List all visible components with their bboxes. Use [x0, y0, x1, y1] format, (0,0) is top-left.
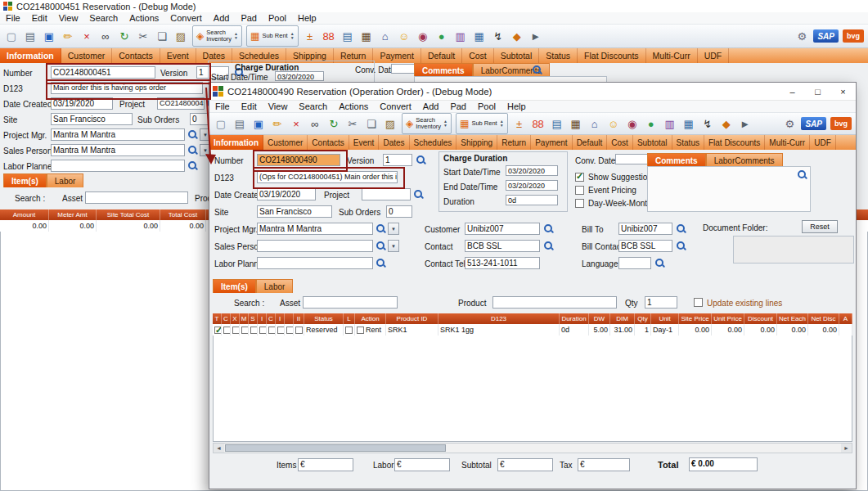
- comments-box[interactable]: [647, 166, 811, 212]
- tab[interactable]: Contacts: [308, 135, 349, 150]
- cell[interactable]: Rent: [355, 324, 386, 336]
- column-header-unit[interactable]: Unit: [651, 313, 679, 324]
- row-checkbox[interactable]: [232, 327, 240, 334]
- column-header-dim[interactable]: DIM: [610, 313, 635, 324]
- column-header-m[interactable]: M: [240, 313, 249, 324]
- tab[interactable]: UDF: [698, 48, 730, 63]
- labor-total-field[interactable]: €: [394, 458, 450, 471]
- row-checkbox[interactable]: [277, 327, 285, 334]
- sub-orders-field[interactable]: 0: [386, 205, 412, 218]
- paste-icon[interactable]: ▨: [172, 27, 190, 45]
- asset-input[interactable]: [303, 296, 398, 309]
- column-header-l[interactable]: L: [344, 313, 355, 324]
- start-date-field[interactable]: 03/20/2020: [506, 165, 558, 176]
- cell[interactable]: 0.00: [679, 324, 712, 336]
- stepper-icon[interactable]: ▲▼: [500, 119, 504, 128]
- cell[interactable]: 5.00: [589, 324, 610, 336]
- menu-item[interactable]: File: [209, 101, 236, 112]
- lookup-icon[interactable]: [187, 160, 198, 171]
- edit-icon[interactable]: ✏: [59, 27, 77, 45]
- lookup-icon[interactable]: [376, 241, 386, 251]
- save-icon[interactable]: ▣: [40, 27, 58, 45]
- lookup-icon[interactable]: [416, 155, 426, 165]
- cell[interactable]: [294, 324, 304, 336]
- total-field[interactable]: € 0.00: [689, 457, 758, 471]
- cell[interactable]: 0.00: [0, 220, 49, 232]
- new-document-icon[interactable]: ▢: [212, 115, 230, 133]
- site-field[interactable]: San Francisco: [257, 205, 332, 218]
- items-tab[interactable]: Labor: [47, 173, 84, 187]
- tab[interactable]: Schedules: [410, 135, 457, 150]
- tab[interactable]: Contacts: [112, 48, 160, 63]
- column-header-site-price[interactable]: Site Price: [679, 313, 712, 324]
- copy-icon[interactable]: ❏: [153, 27, 171, 45]
- lookup-icon[interactable]: [654, 258, 665, 268]
- column-header-d123[interactable]: D123: [438, 313, 560, 324]
- menu-item[interactable]: Pool: [263, 12, 292, 24]
- qty-input[interactable]: 1: [645, 296, 677, 309]
- comments-tab[interactable]: Comments: [647, 153, 706, 167]
- fg-title-bar[interactable]: CO2148000490 Reservation (Operation Orde…: [209, 83, 856, 101]
- cell[interactable]: [276, 324, 285, 336]
- column-header-ii[interactable]: II: [294, 313, 304, 324]
- project-mgr-field[interactable]: Mantra M Mantra: [257, 223, 373, 235]
- cell[interactable]: SRK1: [386, 324, 438, 336]
- items-total-field[interactable]: €: [298, 458, 353, 471]
- lookup-icon[interactable]: [532, 65, 542, 75]
- refresh-icon[interactable]: ↻: [325, 115, 343, 133]
- row-checkbox[interactable]: [295, 327, 303, 334]
- row-checkbox[interactable]: [345, 327, 353, 334]
- print-icon[interactable]: ▤: [21, 27, 39, 45]
- menu-item[interactable]: Pad: [235, 12, 263, 24]
- running-man-icon[interactable]: ↯: [699, 115, 717, 133]
- tab[interactable]: Default: [421, 48, 462, 63]
- menu-item[interactable]: Edit: [26, 12, 53, 24]
- smiley-icon[interactable]: ☺: [605, 115, 623, 133]
- truck-icon[interactable]: ►: [736, 115, 754, 133]
- lookup-icon[interactable]: [676, 223, 686, 234]
- menu-item[interactable]: Help: [292, 12, 322, 24]
- rates-icon[interactable]: 88: [529, 115, 547, 133]
- new-document-icon[interactable]: ▢: [2, 27, 20, 45]
- column-header-x[interactable]: X: [231, 313, 240, 324]
- refresh-icon[interactable]: ↻: [115, 27, 133, 45]
- tab[interactable]: Return: [497, 135, 531, 150]
- row-checkbox[interactable]: [268, 327, 276, 334]
- row-checkbox[interactable]: [241, 327, 249, 334]
- row-checkbox[interactable]: [259, 327, 267, 334]
- number-field[interactable]: CO2148000451: [51, 66, 155, 79]
- scroll-right-button[interactable]: ►: [841, 444, 852, 453]
- column-header-c[interactable]: C: [267, 313, 276, 324]
- subtotal-field[interactable]: €: [497, 458, 553, 471]
- film-icon[interactable]: ▦: [567, 115, 585, 133]
- stepper-icon[interactable]: ▲▼: [290, 32, 295, 40]
- menu-item[interactable]: Pool: [472, 101, 501, 112]
- books-icon[interactable]: ▥: [661, 115, 679, 133]
- notes-icon[interactable]: ▤: [548, 115, 566, 133]
- minimize-button[interactable]: –: [780, 83, 805, 100]
- column-header-site-total-cost[interactable]: Site Total Cost: [97, 209, 160, 220]
- search-inventory-button[interactable]: ◈ SearchInventory ▲▼: [192, 25, 242, 47]
- update-existing-lines-checkbox[interactable]: [694, 298, 703, 307]
- menu-item[interactable]: Search: [83, 12, 124, 24]
- cell[interactable]: [839, 324, 852, 336]
- column-header-meter-amt[interactable]: Meter Amt: [49, 209, 97, 220]
- project-mgr-field[interactable]: Mantra M Mantra: [51, 128, 185, 141]
- menu-item[interactable]: Pad: [444, 101, 472, 112]
- document-folder-box[interactable]: [733, 236, 854, 264]
- clock-icon[interactable]: ◉: [623, 115, 641, 133]
- bill-to-field[interactable]: Unibiz007: [618, 223, 672, 235]
- sales-person-field[interactable]: [257, 240, 373, 252]
- cut-icon[interactable]: ✂: [134, 27, 152, 45]
- lookup-icon[interactable]: [676, 241, 686, 251]
- menu-item[interactable]: Help: [501, 101, 532, 112]
- cell[interactable]: Day-1: [651, 324, 679, 336]
- version-field[interactable]: 1: [383, 154, 412, 166]
- lookup-icon[interactable]: [187, 129, 198, 140]
- column-header-i[interactable]: I: [276, 313, 285, 324]
- tab[interactable]: Flat Discounts: [578, 48, 646, 63]
- date-created-field[interactable]: 03/19/2020: [51, 97, 113, 110]
- menu-item[interactable]: Actions: [333, 101, 374, 112]
- menu-item[interactable]: Add: [208, 12, 236, 24]
- truck-icon[interactable]: ►: [527, 27, 545, 45]
